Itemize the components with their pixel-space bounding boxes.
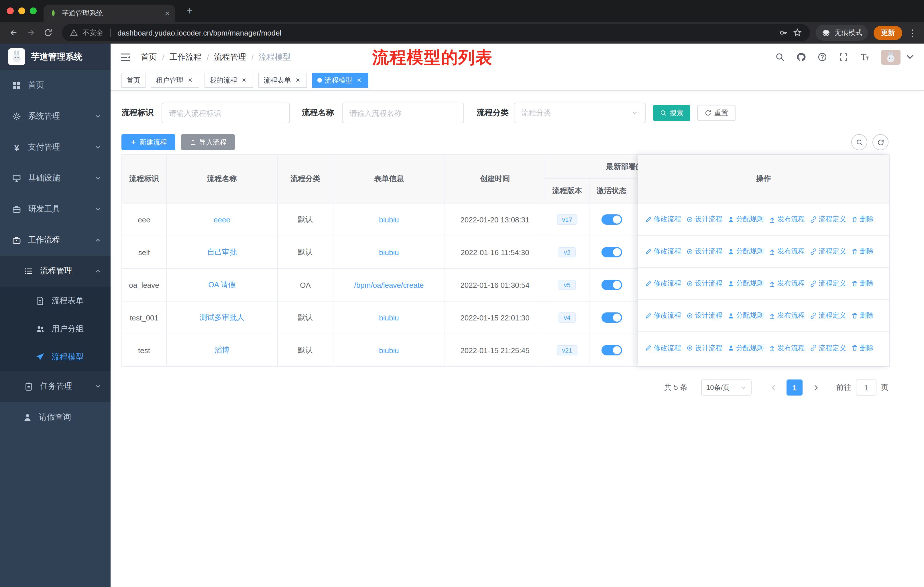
toggle-search-button[interactable] — [851, 134, 867, 150]
sidebar-item-payment[interactable]: ¥ 支付管理 — [0, 132, 111, 163]
delete-link[interactable]: 删除 — [851, 246, 874, 256]
sidebar-item-process-mgmt[interactable]: 流程管理 — [0, 256, 111, 287]
design-process-link[interactable]: 设计流程 — [686, 214, 723, 224]
process-name-input[interactable] — [342, 103, 464, 123]
form-info-link[interactable]: /bpm/oa/leave/create — [354, 281, 424, 289]
assign-rule-link[interactable]: 分配规则 — [728, 279, 764, 288]
font-size-icon[interactable] — [860, 52, 870, 62]
form-info-link[interactable]: biubiu — [379, 248, 399, 256]
publish-process-link[interactable]: 发布流程 — [769, 214, 805, 224]
process-name-link[interactable]: 自己审批 — [207, 247, 237, 257]
page-1-button[interactable]: 1 — [787, 379, 803, 395]
sidebar-item-workflow[interactable]: 工作流程 — [0, 225, 111, 256]
delete-link[interactable]: 删除 — [851, 311, 874, 321]
tag-process-model[interactable]: 流程模型 × — [312, 73, 368, 88]
process-name-link[interactable]: eeee — [214, 215, 230, 224]
process-definition-link[interactable]: 流程定义 — [810, 343, 846, 353]
next-page-button[interactable] — [809, 384, 823, 391]
close-icon[interactable]: × — [240, 76, 248, 84]
process-name-link[interactable]: 滔博 — [214, 345, 229, 356]
breadcrumb-process-mgmt[interactable]: 流程管理 — [214, 52, 246, 62]
edit-process-link[interactable]: 修改流程 — [645, 343, 681, 353]
edit-process-link[interactable]: 修改流程 — [645, 246, 681, 256]
forward-button[interactable] — [23, 25, 39, 41]
assign-rule-link[interactable]: 分配规则 — [728, 343, 764, 353]
process-definition-link[interactable]: 流程定义 — [810, 279, 846, 288]
publish-process-link[interactable]: 发布流程 — [769, 246, 805, 256]
new-tab-button[interactable]: + — [183, 5, 196, 17]
collapse-sidebar-button[interactable] — [120, 51, 131, 63]
search-button[interactable]: 搜索 — [653, 105, 690, 121]
active-switch[interactable] — [601, 214, 622, 225]
minimize-window-button[interactable] — [18, 7, 25, 14]
process-name-link[interactable]: OA 请假 — [208, 280, 236, 290]
close-icon[interactable]: × — [294, 76, 302, 84]
form-info-link[interactable]: biubiu — [379, 313, 399, 322]
page-size-select[interactable]: 10条/页 — [701, 379, 752, 395]
process-definition-link[interactable]: 流程定义 — [810, 311, 846, 321]
form-info-link[interactable]: biubiu — [379, 215, 399, 224]
app-logo[interactable]: 芋道管理系统 — [0, 43, 111, 70]
active-switch[interactable] — [601, 247, 622, 257]
url-bar[interactable]: 不安全 dashboard.yudao.iocoder.cn/bpm/manag… — [62, 24, 810, 41]
browser-tab[interactable]: 芋道管理系统 × — [43, 5, 175, 22]
category-select[interactable]: 流程分类 — [514, 103, 645, 123]
edit-process-link[interactable]: 修改流程 — [645, 311, 681, 321]
design-process-link[interactable]: 设计流程 — [686, 343, 723, 353]
sidebar-item-leave-query[interactable]: 请假查询 — [0, 402, 111, 433]
import-process-button[interactable]: 导入流程 — [181, 134, 235, 150]
close-icon[interactable]: × — [355, 76, 363, 84]
sidebar-item-task-mgmt[interactable]: 任务管理 — [0, 371, 111, 402]
back-button[interactable] — [6, 25, 22, 41]
assign-rule-link[interactable]: 分配规则 — [728, 311, 764, 321]
process-definition-link[interactable]: 流程定义 — [810, 214, 846, 224]
process-name-link[interactable]: 测试多审批人 — [200, 313, 244, 323]
sidebar-item-infra[interactable]: 基础设施 — [0, 163, 111, 194]
github-icon[interactable] — [796, 52, 806, 62]
publish-process-link[interactable]: 发布流程 — [769, 343, 805, 353]
reset-button[interactable]: 重置 — [697, 105, 736, 121]
assign-rule-link[interactable]: 分配规则 — [728, 246, 764, 256]
user-avatar[interactable] — [881, 50, 901, 64]
edit-process-link[interactable]: 修改流程 — [645, 214, 681, 224]
tag-process-form[interactable]: 流程表单 × — [258, 73, 307, 88]
sidebar-item-process-model[interactable]: 流程模型 — [0, 343, 111, 371]
goto-page-input[interactable] — [856, 379, 876, 395]
active-switch[interactable] — [601, 345, 622, 356]
process-id-input[interactable] — [162, 103, 290, 123]
active-switch[interactable] — [601, 280, 622, 290]
delete-link[interactable]: 删除 — [851, 343, 874, 353]
search-icon[interactable] — [775, 52, 785, 62]
delete-link[interactable]: 删除 — [851, 214, 874, 224]
reload-button[interactable] — [40, 25, 56, 41]
browser-menu-button[interactable]: ⋮ — [908, 27, 917, 38]
publish-process-link[interactable]: 发布流程 — [769, 311, 805, 321]
sidebar-item-process-form[interactable]: 流程表单 — [0, 287, 111, 315]
sidebar-item-devtools[interactable]: 研发工具 — [0, 194, 111, 225]
fullscreen-icon[interactable] — [839, 52, 848, 62]
publish-process-link[interactable]: 发布流程 — [769, 279, 805, 288]
delete-link[interactable]: 删除 — [851, 279, 874, 288]
edit-process-link[interactable]: 修改流程 — [645, 279, 681, 288]
close-window-button[interactable] — [7, 7, 14, 14]
design-process-link[interactable]: 设计流程 — [686, 311, 723, 321]
tag-my-process[interactable]: 我的流程 × — [205, 73, 253, 88]
zoom-window-button[interactable] — [30, 7, 37, 14]
design-process-link[interactable]: 设计流程 — [686, 279, 723, 288]
design-process-link[interactable]: 设计流程 — [686, 246, 723, 256]
sidebar-item-system[interactable]: 系统管理 — [0, 101, 111, 132]
prev-page-button[interactable] — [766, 384, 780, 391]
key-icon[interactable] — [779, 28, 788, 37]
help-icon[interactable] — [817, 52, 827, 62]
update-button[interactable]: 更新 — [874, 25, 902, 40]
breadcrumb-home[interactable]: 首页 — [141, 52, 157, 62]
breadcrumb-workflow[interactable]: 工作流程 — [170, 52, 201, 62]
tag-home[interactable]: 首页 — [121, 73, 145, 88]
sidebar-item-home[interactable]: 首页 — [0, 70, 111, 101]
close-icon[interactable]: × — [186, 76, 194, 84]
form-info-link[interactable]: biubiu — [379, 346, 399, 355]
sidebar-item-user-group[interactable]: 用户分组 — [0, 315, 111, 343]
create-process-button[interactable]: 新建流程 — [121, 134, 175, 150]
tag-tenant[interactable]: 租户管理 × — [151, 73, 200, 88]
process-definition-link[interactable]: 流程定义 — [810, 246, 846, 256]
